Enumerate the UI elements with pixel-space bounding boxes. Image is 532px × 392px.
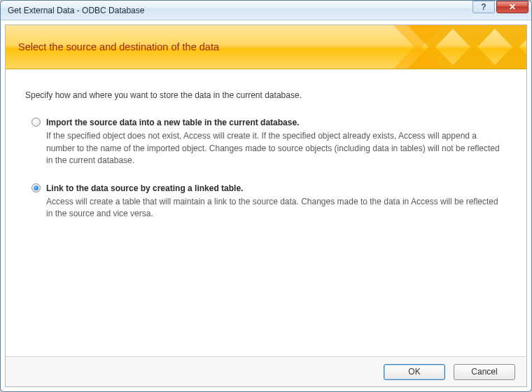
- svg-marker-0: [407, 25, 456, 69]
- close-icon: ✕: [509, 2, 516, 12]
- svg-marker-1: [449, 25, 498, 69]
- option-link-desc: Access will create a table that will mai…: [46, 196, 507, 220]
- svg-marker-3: [393, 25, 442, 69]
- svg-marker-2: [491, 25, 526, 69]
- option-link: Link to the data source by creating a li…: [25, 183, 507, 220]
- titlebar[interactable]: Get External Data - ODBC Database ? ✕: [1, 1, 531, 20]
- option-link-title: Link to the data source by creating a li…: [46, 183, 507, 195]
- window-buttons: ? ✕: [472, 1, 528, 20]
- window-title: Get External Data - ODBC Database: [8, 6, 472, 15]
- radio-link[interactable]: [31, 183, 41, 192]
- banner-arrows-icon: [344, 25, 526, 69]
- wizard-body: Specify how and where you want to store …: [6, 69, 526, 356]
- help-icon: ?: [481, 2, 486, 12]
- radio-import[interactable]: [31, 118, 41, 127]
- wizard-footer: OK Cancel: [6, 356, 526, 386]
- wizard-banner: Select the source and destination of the…: [6, 25, 526, 69]
- dialog-window: Get External Data - ODBC Database ? ✕ Se…: [0, 0, 532, 392]
- option-import-desc: If the specified object does not exist, …: [46, 130, 507, 167]
- client-area: Select the source and destination of the…: [5, 24, 527, 387]
- help-button[interactable]: ?: [472, 1, 495, 13]
- option-import: Import the source data into a new table …: [25, 117, 507, 167]
- option-import-title: Import the source data into a new table …: [46, 117, 507, 129]
- wizard-heading: Select the source and destination of the…: [18, 41, 219, 52]
- ok-button-label: OK: [408, 367, 420, 377]
- ok-button[interactable]: OK: [384, 364, 445, 380]
- cancel-button[interactable]: Cancel: [454, 364, 515, 380]
- close-button[interactable]: ✕: [496, 1, 528, 13]
- cancel-button-label: Cancel: [471, 367, 497, 377]
- intro-text: Specify how and where you want to store …: [25, 90, 507, 100]
